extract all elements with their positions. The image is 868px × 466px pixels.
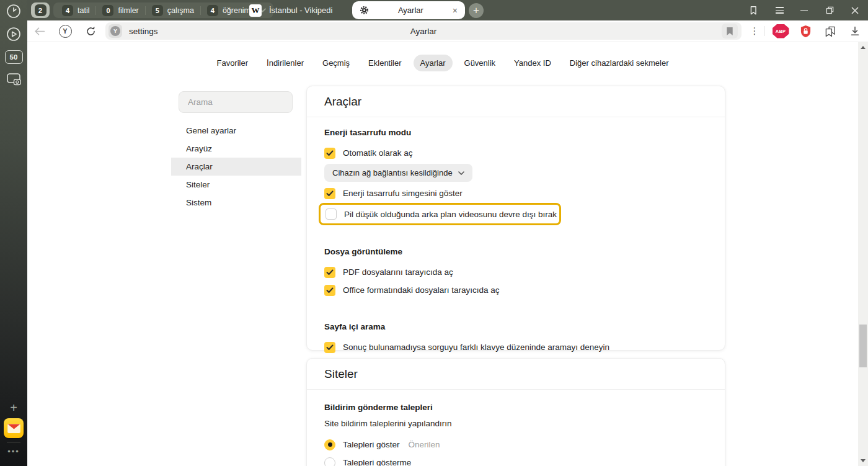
checkbox-label: Enerji tasarrufu simgesini göster: [343, 189, 463, 198]
card-title: Siteler: [307, 359, 725, 390]
adblock-plus-icon[interactable]: ABP: [770, 20, 791, 42]
toolbar: Y Y settings Ayarlar ⋮ ABP: [27, 20, 868, 42]
gear-icon: [360, 6, 369, 15]
history-icon[interactable]: [0, 3, 27, 19]
tab-guvenlik[interactable]: Güvenlik: [458, 55, 503, 71]
section-title-find: Sayfa içi arama: [324, 322, 707, 331]
window-restore-button[interactable]: [820, 0, 839, 20]
back-icon[interactable]: [29, 20, 50, 42]
downloads-icon[interactable]: [844, 20, 866, 42]
energy-condition-dropdown[interactable]: Cihazın ağ bağlantısı kesildiğinde: [324, 164, 472, 182]
checkbox-label: Otomatik olarak aç: [343, 148, 413, 158]
wikipedia-favicon: W: [249, 4, 262, 17]
checkbox-checked[interactable]: [324, 148, 335, 159]
recommended-hint: Önerilen: [409, 440, 440, 449]
radio-selected[interactable]: [324, 439, 335, 450]
settings-side-nav: Genel ayarlar Arayüz Araçlar Siteler Sis…: [171, 122, 301, 212]
page-favicon: Y: [108, 24, 122, 38]
refresh-icon[interactable]: [80, 20, 101, 42]
active-tab-group[interactable]: 2: [31, 2, 50, 18]
settings-top-nav: Favoriler İndirilenler Geçmiş Eklentiler…: [27, 55, 858, 71]
radio-row-hide: Talepleri gösterme: [324, 454, 707, 466]
radio-label: Talepleri gösterme: [343, 458, 411, 466]
protect-shield-icon[interactable]: [795, 20, 816, 42]
scroll-up-arrow[interactable]: [861, 46, 866, 49]
url-text: settings: [129, 27, 158, 36]
radio-unselected[interactable]: [324, 457, 335, 466]
settings-page: Favoriler İndirilenler Geçmiş Eklentiler…: [27, 42, 858, 466]
tab-group-tatil[interactable]: 4 tatil: [56, 5, 95, 16]
section-title-files: Dosya görüntüleme: [324, 247, 707, 256]
checkbox-checked[interactable]: [324, 188, 335, 199]
checkbox-checked[interactable]: [324, 342, 335, 353]
section-title-notifications: Bildirim gönderme talepleri: [324, 403, 707, 412]
rail-divider: [7, 442, 20, 442]
sidebar-item-genel-ayarlar[interactable]: Genel ayarlar: [171, 122, 301, 140]
collections-tags-icon[interactable]: [820, 20, 841, 42]
mail-app-tile: [4, 418, 24, 438]
new-tab-button[interactable]: +: [469, 3, 484, 18]
radio-label: Talepleri göster: [343, 440, 400, 449]
yandex-logo-letter: Y: [59, 25, 72, 38]
checkbox-unchecked[interactable]: [326, 208, 337, 220]
plus-glyph: +: [10, 402, 17, 413]
tab-gecmis[interactable]: Geçmiş: [316, 55, 356, 71]
settings-search-input[interactable]: [179, 91, 293, 113]
tab-yandex-id[interactable]: Yandex ID: [507, 55, 558, 71]
tab-group-filmler[interactable]: 0 filmler: [96, 5, 144, 16]
group-count: 4: [62, 5, 73, 16]
tab-group-calisma[interactable]: 5 çalışma: [146, 5, 200, 16]
left-rail: 50 + •••: [0, 0, 27, 466]
tab-ayarlar-active[interactable]: Ayarlar ×: [352, 1, 465, 19]
screenshot-icon[interactable]: [0, 71, 27, 87]
checkbox-label: Pil düşük olduğunda arka plan videosunu …: [344, 210, 557, 219]
tab-title: Ayarlar: [369, 6, 453, 15]
checkbox-checked[interactable]: [324, 285, 335, 296]
scrollbar-thumb[interactable]: [859, 325, 867, 367]
rail-more-button[interactable]: •••: [0, 447, 27, 456]
browser-window: 50 + ••• 2 4 tatil 0: [0, 0, 868, 466]
side-panel-icon[interactable]: [744, 0, 763, 20]
group-count: 0: [102, 5, 113, 16]
more-dots-glyph: •••: [7, 447, 20, 456]
video-player-icon[interactable]: [0, 26, 27, 42]
tools-card: Araçlar Enerji tasarrufu modu Otomatik o…: [306, 86, 725, 351]
kebab-menu-icon[interactable]: ⋮: [744, 20, 765, 42]
window-minimize-button[interactable]: [795, 0, 813, 20]
checkbox-label: Office formatındaki dosyaları tarayıcıda…: [343, 285, 500, 295]
add-panel-icon[interactable]: +: [0, 402, 27, 413]
radio-row-show: Talepleri göster Önerilen: [324, 436, 707, 454]
sidebar-item-sistem[interactable]: Sistem: [171, 194, 301, 212]
page-scrollbar[interactable]: [858, 42, 868, 466]
scroll-down-arrow[interactable]: [861, 459, 866, 462]
tab-ayarlar[interactable]: Ayarlar: [414, 55, 453, 71]
tableau-50-icon[interactable]: 50: [0, 50, 27, 64]
yandex-mail-icon[interactable]: [0, 418, 27, 438]
sidebar-item-araclar[interactable]: Araçlar: [171, 158, 301, 176]
close-tab-icon[interactable]: ×: [453, 6, 458, 15]
tab-favoriler[interactable]: Favoriler: [210, 55, 255, 71]
sidebar-item-arayuz[interactable]: Arayüz: [171, 140, 301, 158]
checkbox-row-show-icon: Enerji tasarrufu simgesini göster: [324, 184, 707, 202]
sidebar-item-siteler[interactable]: Siteler: [171, 176, 301, 194]
window-close-button[interactable]: [846, 0, 864, 20]
bookmark-icon[interactable]: [722, 24, 738, 38]
toolbar-divider: [764, 26, 764, 36]
hamburger-lines: [776, 7, 784, 14]
tab-istanbul-vikipedi[interactable]: W İstanbul - Vikipedi: [243, 0, 332, 20]
yandex-home-icon[interactable]: Y: [55, 20, 76, 42]
favicon-letter: Y: [110, 26, 120, 36]
menu-hamburger-icon[interactable]: [770, 0, 789, 20]
tab-eklentiler[interactable]: Eklentiler: [361, 55, 408, 71]
group-label: filmler: [118, 6, 138, 15]
tab-diger-cihazlar[interactable]: Diğer cihazlardaki sekmeler: [563, 55, 676, 71]
tab-groups: 4 tatil 0 filmler 5 çalışma 4 öğrenim: [53, 2, 273, 18]
page-title: Ayarlar: [105, 27, 742, 36]
sites-card: Siteler Bildirim gönderme talepleri Site…: [306, 358, 725, 466]
checkbox-checked[interactable]: [324, 267, 335, 278]
tab-indirilenler[interactable]: İndirilenler: [260, 55, 311, 71]
address-bar[interactable]: Y settings Ayarlar: [105, 22, 742, 40]
group-count: 4: [207, 5, 218, 16]
group-label: tatil: [78, 6, 89, 15]
tab-bar: 2 4 tatil 0 filmler 5 çalışma 4 öğrenim: [27, 0, 868, 20]
